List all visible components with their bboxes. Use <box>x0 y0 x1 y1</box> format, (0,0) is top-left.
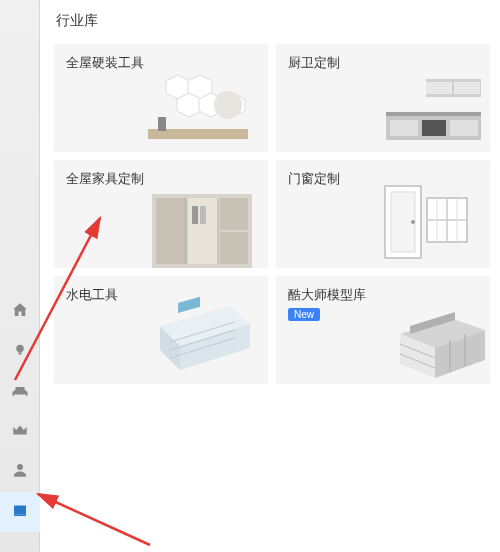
card-door-window[interactable]: 门窗定制 <box>276 160 490 268</box>
svg-point-0 <box>16 345 24 353</box>
card-thumbnail <box>336 63 486 144</box>
library-icon <box>11 501 29 523</box>
sidebar-item-user[interactable] <box>0 452 40 492</box>
card-model-library[interactable]: 酷大师模型库 New <box>276 276 490 384</box>
panel-title: 行业库 <box>54 12 490 30</box>
svg-rect-4 <box>14 515 26 517</box>
card-thumbnail <box>108 61 258 142</box>
svg-point-2 <box>17 464 23 470</box>
svg-rect-1 <box>19 352 22 354</box>
svg-point-10 <box>214 91 242 119</box>
sidebar-item-bulb[interactable] <box>0 332 40 372</box>
bulb-icon <box>11 341 29 363</box>
svg-rect-24 <box>220 198 248 230</box>
sidebar <box>0 0 40 552</box>
card-title: 厨卫定制 <box>288 54 478 72</box>
card-title: 门窗定制 <box>288 170 478 188</box>
card-electric-tools[interactable]: 水电工具 <box>54 276 268 384</box>
house-icon <box>11 301 29 323</box>
card-thumbnail <box>340 303 490 384</box>
svg-rect-29 <box>200 206 206 224</box>
svg-point-32 <box>411 220 415 224</box>
svg-rect-28 <box>192 206 198 224</box>
svg-rect-25 <box>220 232 248 264</box>
svg-rect-20 <box>450 120 478 136</box>
svg-rect-22 <box>156 198 186 264</box>
card-kitchen-bath[interactable]: 厨卫定制 <box>276 44 490 152</box>
library-panel: 行业库 全屋硬装工具 厨 <box>40 0 500 552</box>
card-title: 酷大师模型库 <box>288 286 478 304</box>
card-grid: 全屋硬装工具 厨卫定制 <box>54 44 490 384</box>
sofa-icon <box>11 381 29 403</box>
card-title: 水电工具 <box>66 286 256 304</box>
svg-rect-17 <box>386 112 481 116</box>
card-furniture-custom[interactable]: 全屋家具定制 <box>54 160 268 268</box>
crown-icon <box>11 421 29 443</box>
svg-rect-12 <box>158 117 166 131</box>
sidebar-item-library[interactable] <box>0 492 40 532</box>
new-badge: New <box>288 308 320 321</box>
svg-rect-19 <box>422 120 446 136</box>
sidebar-item-crown[interactable] <box>0 412 40 452</box>
user-icon <box>11 461 29 483</box>
card-hardscape-tools[interactable]: 全屋硬装工具 <box>54 44 268 152</box>
svg-rect-15 <box>454 82 480 94</box>
card-thumbnail <box>112 187 262 268</box>
svg-rect-18 <box>390 120 418 136</box>
svg-rect-3 <box>14 506 26 515</box>
card-thumbnail <box>110 297 260 378</box>
card-title: 全屋家具定制 <box>66 170 256 188</box>
card-thumbnail <box>322 181 472 262</box>
sidebar-item-sofa[interactable] <box>0 372 40 412</box>
card-title: 全屋硬装工具 <box>66 54 256 72</box>
sidebar-item-house[interactable] <box>0 292 40 332</box>
svg-rect-14 <box>426 82 452 94</box>
